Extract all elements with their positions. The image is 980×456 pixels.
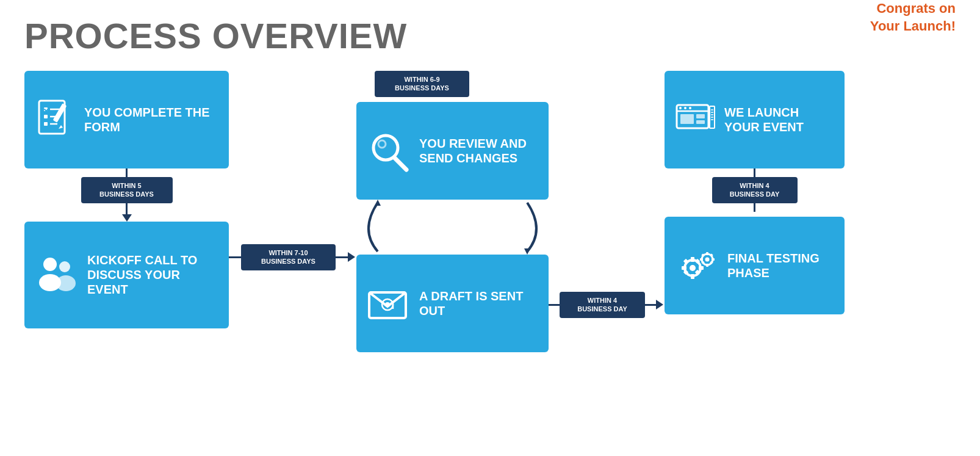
svg-marker-17	[375, 200, 381, 206]
svg-marker-16	[524, 248, 530, 255]
svg-point-12	[56, 275, 76, 291]
step-testing-label: FINAL TESTING PHASE	[727, 251, 835, 280]
step-launch: WE LAUNCH YOUR EVENT	[665, 71, 845, 168]
page-title: PROCESS OVERVIEW	[24, 18, 956, 54]
svg-point-9	[43, 258, 57, 271]
svg-line-15	[394, 157, 406, 170]
timeline-within-69: WITHIN 6-9 BUSINESS DAYS	[375, 71, 469, 97]
svg-rect-48	[706, 252, 708, 255]
magnify-icon	[366, 129, 412, 172]
svg-point-26	[689, 107, 691, 109]
svg-marker-8	[59, 125, 63, 129]
step-testing: FINAL TESTING PHASE	[665, 217, 845, 314]
svg-rect-49	[706, 264, 708, 267]
page: Congrats on Your Launch! PROCESS OVERVIE…	[0, 0, 980, 456]
svg-rect-39	[691, 274, 694, 279]
timeline-within-5: WITHIN 5 BUSINESS DAYS	[81, 177, 173, 203]
svg-rect-28	[696, 114, 705, 118]
launch-icon	[674, 100, 717, 140]
svg-rect-41	[699, 266, 704, 270]
svg-rect-40	[682, 266, 686, 270]
svg-rect-38	[691, 257, 694, 262]
people-icon	[34, 253, 80, 296]
email-icon	[366, 283, 412, 323]
svg-point-14	[378, 140, 386, 148]
svg-point-20	[385, 302, 390, 307]
step-complete-form: YOU COMPLETE THE FORM	[24, 71, 229, 168]
step-kickoff: KICKOFF CALL TO DISCUSS YOUR EVENT	[24, 222, 229, 328]
svg-point-24	[679, 107, 682, 109]
svg-rect-27	[680, 114, 694, 124]
svg-rect-5	[44, 122, 48, 126]
step-complete-form-label: YOU COMPLETE THE FORM	[84, 105, 219, 134]
svg-rect-51	[712, 258, 715, 261]
svg-point-37	[690, 265, 696, 271]
gears-icon	[674, 245, 720, 286]
step-draft-label: A DRAFT IS SENT OUT	[419, 289, 539, 318]
svg-point-11	[59, 261, 70, 272]
step-launch-label: WE LAUNCH YOUR EVENT	[724, 105, 835, 134]
step-review: YOU REVIEW AND SEND CHANGES	[356, 102, 549, 200]
step-review-label: YOU REVIEW AND SEND CHANGES	[419, 136, 539, 165]
svg-point-47	[705, 257, 710, 261]
svg-rect-29	[696, 120, 705, 124]
timeline-within-710: WITHIN 7-10 BUSINESS DAYS	[241, 244, 336, 270]
step-kickoff-label: KICKOFF CALL TO DISCUSS YOUR EVENT	[87, 253, 219, 297]
svg-rect-50	[700, 258, 703, 261]
step-draft: A DRAFT IS SENT OUT	[356, 255, 549, 352]
timeline-within-4-draft: WITHIN 4 BUSINESS DAY	[560, 292, 645, 318]
svg-point-25	[684, 107, 686, 109]
checklist-icon	[34, 98, 77, 141]
congrats-text: Congrats on Your Launch!	[870, 0, 956, 35]
svg-rect-3	[44, 115, 48, 118]
